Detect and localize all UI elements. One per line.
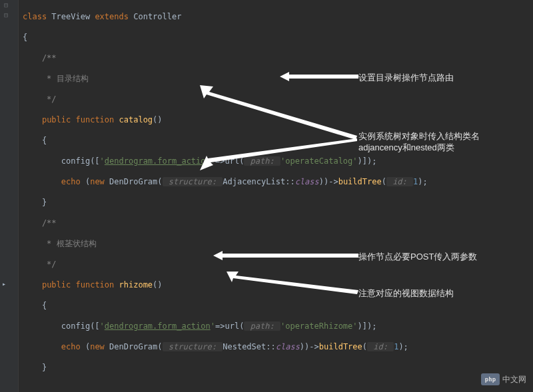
annotation-1: 设置目录树操作节点路由 bbox=[358, 72, 454, 84]
watermark: php 中文网 bbox=[481, 373, 526, 385]
comment: /** bbox=[23, 53, 444, 64]
class-name: Controller bbox=[133, 12, 181, 21]
collapse-icon[interactable]: ⊟ bbox=[4, 11, 8, 19]
brace: { bbox=[23, 33, 444, 43]
keyword: class bbox=[23, 12, 47, 21]
annotation-2-line1: 实例系统树对象时传入结构类名 bbox=[358, 130, 480, 142]
annotation-2-line2: adjancency和nested两类 bbox=[358, 142, 454, 154]
code-editor[interactable]: class TreeView extends Controller { /** … bbox=[23, 1, 444, 392]
php-logo-icon: php bbox=[481, 373, 500, 385]
editor-gutter: ⊟ ⊟ ▸ bbox=[0, 0, 19, 392]
class-name: TreeView bbox=[51, 12, 90, 21]
annotation-3: 操作节点必要POST传入两参数 bbox=[358, 251, 477, 263]
watermark-text: 中文网 bbox=[502, 374, 526, 385]
keyword: public function bbox=[42, 115, 114, 124]
keyword: extends bbox=[95, 12, 129, 21]
caret-icon: ▸ bbox=[2, 280, 6, 288]
comment: */ bbox=[23, 95, 444, 105]
annotation-4: 注意对应的视图数据结构 bbox=[358, 288, 454, 299]
collapse-icon[interactable]: ⊟ bbox=[4, 1, 8, 9]
function-name: catalog bbox=[119, 115, 153, 124]
